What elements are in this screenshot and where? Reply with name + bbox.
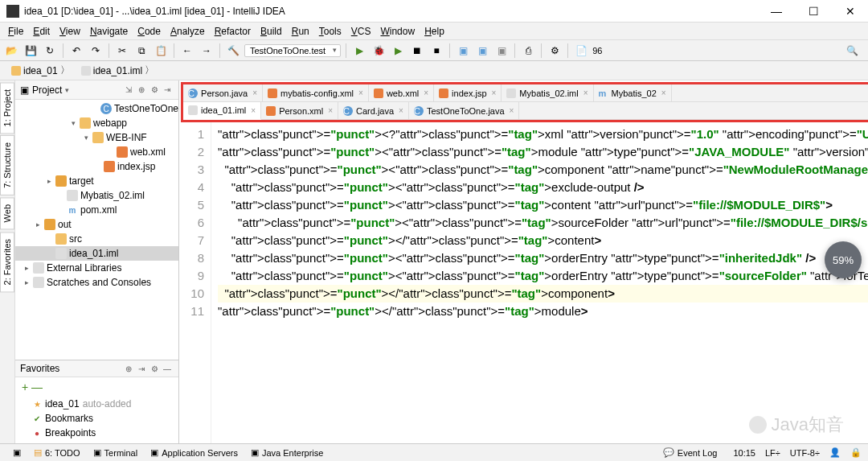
code-content[interactable]: "attr">class"punct">="punct"><?"attr">cl… (211, 122, 868, 443)
minimize-button[interactable]: — (765, 5, 788, 18)
close-tab-icon[interactable]: × (492, 88, 497, 97)
stop-icon[interactable]: ■ (428, 43, 444, 59)
menu-code[interactable]: Code (133, 24, 166, 39)
maximize-button[interactable]: ☐ (802, 5, 825, 18)
forward-icon[interactable]: → (199, 43, 215, 59)
close-tab-icon[interactable]: × (399, 106, 403, 115)
undo-icon[interactable]: ↶ (68, 43, 84, 59)
run-config-dropdown[interactable]: TestOneToOne.test (244, 44, 341, 57)
sb-corner-icon[interactable]: ▣ (6, 447, 27, 458)
menu-view[interactable]: View (55, 24, 85, 39)
save-icon[interactable]: 💾 (23, 43, 39, 59)
close-button[interactable]: ✕ (839, 5, 862, 18)
editor-tab[interactable]: CPerson.java× (183, 84, 263, 101)
menu-help[interactable]: Help (420, 24, 449, 39)
app-servers-button[interactable]: ▣Application Servers (144, 447, 244, 458)
paste-icon[interactable]: 📋 (153, 43, 169, 59)
lock-icon[interactable]: 🔒 (850, 447, 862, 458)
left-tab-0[interactable]: 1: Project (0, 82, 14, 134)
menu-run[interactable]: Run (287, 24, 314, 39)
editor-tab[interactable]: mMybatis_02× (594, 84, 672, 101)
editor-tab[interactable]: idea_01.iml× (183, 102, 261, 120)
menu-window[interactable]: Window (375, 24, 420, 39)
tree-item[interactable]: ▸External Libraries (15, 261, 178, 275)
code-editor[interactable]: 1234567891011 "attr">class"punct">="punc… (179, 122, 868, 443)
close-tab-icon[interactable]: × (251, 106, 256, 115)
menu-navigate[interactable]: Navigate (85, 24, 133, 39)
favorite-item[interactable]: ✔Bookmarks (15, 411, 178, 426)
close-tab-icon[interactable]: × (252, 88, 257, 97)
menu-build[interactable]: Build (256, 24, 287, 39)
close-tab-icon[interactable]: × (661, 88, 666, 97)
menu-refactor[interactable]: Refactor (210, 24, 256, 39)
coverage-icon[interactable]: ▶ (390, 43, 406, 59)
fav-settings-icon[interactable]: ⚙ (148, 364, 161, 373)
copy-icon[interactable]: ⧉ (133, 43, 149, 59)
tree-item[interactable]: ▸out (15, 217, 178, 232)
tb-icon-2[interactable]: ▣ (474, 43, 490, 59)
editor-tab[interactable]: CCard.java× (338, 102, 409, 119)
menu-edit[interactable]: Edit (28, 24, 55, 39)
editor-tab[interactable]: Mybatis_02.iml× (502, 84, 593, 101)
collapse-icon[interactable]: ⇲ (122, 85, 135, 94)
cut-icon[interactable]: ✂ (114, 43, 130, 59)
favorite-item[interactable]: ★idea_01auto-added (15, 397, 178, 411)
hide-icon[interactable]: ⇥ (161, 85, 174, 94)
tree-item[interactable]: src (15, 232, 178, 246)
java-ee-button[interactable]: ▣Java Enterprise (244, 447, 330, 458)
menu-tools[interactable]: Tools (314, 24, 346, 39)
breadcrumb-item[interactable]: idea_01.iml 〉 (76, 62, 159, 79)
fav-hide-icon[interactable]: — (161, 364, 174, 373)
menu-vcs[interactable]: VCS (346, 24, 376, 39)
editor-tab[interactable]: index.jsp× (434, 84, 502, 101)
menu-file[interactable]: File (3, 24, 28, 39)
editor-tab[interactable]: mybatis-config.xml× (263, 84, 369, 101)
run-icon[interactable]: ▶ (351, 43, 367, 59)
tb-icon-3[interactable]: ▣ (493, 43, 510, 59)
fav-icon-2[interactable]: ⇥ (135, 364, 148, 373)
todo-button[interactable]: ▤6: TODO (27, 447, 87, 458)
search-icon[interactable]: 🔍 (844, 43, 860, 59)
close-tab-icon[interactable]: × (424, 88, 428, 97)
back-icon[interactable]: ← (179, 43, 195, 59)
favorite-item[interactable]: ●Breakpoints (15, 426, 178, 440)
tb-icon-4[interactable]: ⎙ (520, 43, 536, 59)
tree-item[interactable]: ▸target (15, 174, 178, 188)
left-tab-1[interactable]: 7: Structure (0, 135, 14, 196)
event-log-button[interactable]: 💬Event Log (657, 447, 724, 458)
encoding[interactable]: UTF-8÷ (790, 448, 820, 458)
inspect-icon[interactable]: 👤 (829, 447, 841, 458)
close-tab-icon[interactable]: × (510, 106, 514, 115)
tree-item[interactable]: Mybatis_02.iml (15, 188, 178, 203)
fav-icon-1[interactable]: ⊕ (122, 364, 135, 373)
tb-icon-6[interactable]: 📄 (573, 43, 589, 59)
tb-icon-1[interactable]: ▣ (455, 43, 471, 59)
profile-icon[interactable]: ⏹ (409, 43, 425, 59)
tree-item[interactable]: idea_01.iml (15, 246, 178, 261)
settings-icon[interactable]: ⚙ (148, 85, 161, 94)
editor-tab[interactable]: web.xml× (369, 84, 434, 101)
build-icon[interactable]: 🔨 (225, 43, 241, 59)
editor-tab[interactable]: CTestOneToOne.java× (409, 102, 519, 119)
tree-item[interactable]: web.xml (15, 145, 178, 159)
project-tree[interactable]: CTestOneToOne▾webapp▾WEB-INFweb.xmlindex… (15, 100, 178, 360)
tree-item[interactable]: index.jsp (15, 159, 178, 174)
line-separator[interactable]: LF÷ (765, 448, 780, 458)
tb-icon-5[interactable]: ⚙ (547, 43, 563, 59)
redo-icon[interactable]: ↷ (88, 43, 104, 59)
left-tab-3[interactable]: 2: Favorites (0, 232, 14, 292)
open-icon[interactable]: 📂 (3, 43, 19, 59)
close-tab-icon[interactable]: × (583, 88, 588, 97)
menu-analyze[interactable]: Analyze (166, 24, 210, 39)
add-favorite-button[interactable]: + — (15, 379, 178, 395)
tree-item[interactable]: ▾webapp (15, 116, 178, 130)
close-tab-icon[interactable]: × (358, 88, 363, 97)
debug-icon[interactable]: 🐞 (371, 43, 387, 59)
editor-tab[interactable]: Person.xml× (261, 102, 338, 119)
locate-icon[interactable]: ⊕ (135, 85, 148, 94)
terminal-button[interactable]: ▣Terminal (87, 447, 145, 458)
sync-icon[interactable]: ↻ (42, 43, 58, 59)
close-tab-icon[interactable]: × (328, 106, 333, 115)
breadcrumb-item[interactable]: idea_01 〉 (6, 62, 75, 79)
left-tab-2[interactable]: Web (0, 197, 14, 229)
